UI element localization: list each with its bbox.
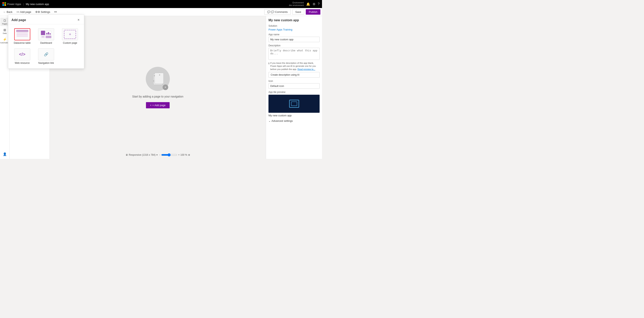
app-name-label: Power Apps: [7, 3, 21, 6]
app-tile-preview-label: App tile preview: [268, 91, 320, 94]
dashboard-label: Dashboard: [40, 42, 52, 44]
custom-page-icon: +: [62, 28, 78, 40]
toolbar-actions: 💬 💬 Comments Save Publish: [264, 9, 320, 15]
modal-item-dataverse[interactable]: Dataverse table: [12, 28, 33, 45]
ms-logo-green: [4, 2, 6, 4]
modal-header: Add page ×: [8, 15, 84, 24]
right-panel: My new custom app Solution Power Apps Tr…: [266, 16, 322, 159]
zoom-out-icon[interactable]: −: [159, 153, 160, 156]
ai-info-text: If you leave the description of this app…: [270, 62, 320, 71]
modal-item-custom[interactable]: + Custom page: [59, 28, 81, 45]
ms-logo-red: [2, 2, 4, 4]
dt-header: [16, 30, 28, 32]
modal-item-webresource[interactable]: </> Web resource: [12, 48, 33, 65]
canvas-add-page-button[interactable]: + + Add page: [146, 102, 170, 108]
navigation-link-label: Navigation link: [38, 62, 54, 64]
sidebar-item-user[interactable]: 👤: [0, 151, 9, 157]
chevron-down-icon: ▾: [156, 153, 158, 156]
ms-logo-area: Power Apps | My new custom app: [2, 2, 49, 6]
modal-item-dashboard[interactable]: Dashboard: [35, 28, 57, 45]
automation-icon: ⚡: [3, 38, 7, 41]
dt-row-2: [17, 34, 28, 35]
user-icon: 👤: [3, 152, 7, 156]
dash-cell-3: [41, 36, 45, 38]
app-tile-preview: [268, 95, 320, 113]
canvas-center: ✦ ✦ ✦ + Start by adding a page to your n…: [132, 67, 183, 108]
dash-bar-1: [46, 33, 48, 35]
more-button[interactable]: •••: [52, 10, 58, 14]
description-label: Description: [268, 44, 320, 47]
canvas-bottom-bar: 🖥 Responsive (1316 x 784) ▾ − + 100 % ⊕: [126, 153, 190, 156]
dataverse-table-icon: [14, 28, 30, 40]
app-tile-icon: [289, 100, 299, 108]
dataverse-label: Dataverse table: [14, 42, 31, 44]
zoom-bar: − + 100 % ⊕: [159, 153, 190, 156]
add-icon: +: [16, 11, 18, 14]
web-resource-icon: </>: [14, 48, 30, 60]
settings-button[interactable]: ⚙ ⚙ Settings: [34, 10, 52, 14]
modal-title: Add page: [12, 18, 26, 22]
description-textarea[interactable]: [268, 48, 320, 60]
env-info: Environment dev environment: [289, 2, 304, 7]
back-icon: ←: [3, 11, 6, 14]
create-description-button[interactable]: Create description using AI: [268, 72, 320, 78]
app-tile-name: My new custom app: [268, 114, 320, 117]
screen-icon: 🖥: [126, 153, 128, 156]
back-button[interactable]: ← Back: [2, 10, 14, 14]
zoom-slider[interactable]: [162, 153, 178, 156]
comments-icon: 💬: [267, 11, 270, 14]
settings-icon[interactable]: ⚙: [312, 2, 316, 6]
comments-button[interactable]: 💬 💬 Comments: [264, 9, 291, 15]
add-page-button[interactable]: + + Add page: [15, 10, 33, 14]
fit-icon[interactable]: ⊕: [188, 153, 190, 156]
solution-label: Solution: [268, 25, 320, 27]
sidebar-item-automation[interactable]: ⚡ Automation: [0, 36, 9, 45]
save-button[interactable]: Save: [292, 9, 304, 15]
solution-value[interactable]: Power Apps Training: [268, 28, 320, 31]
modal-item-navlink[interactable]: 🔗 Navigation link: [35, 48, 57, 65]
chevron-down-icon: ⌄: [268, 119, 271, 122]
ms-logo-blue: [2, 4, 4, 6]
navlink-icon-inner: 🔗: [40, 50, 52, 59]
right-panel-title: My new custom app: [268, 19, 320, 22]
dt-rows: [16, 32, 28, 37]
app-tile-inner-icon: [291, 102, 297, 106]
topbar-right: Environment dev environment 🔔 ⚙ ?: [289, 2, 320, 7]
dash-icon-inner: [40, 30, 52, 39]
plus-circle-icon: +: [162, 85, 168, 90]
web-resource-label: Web resource: [15, 62, 30, 64]
navigation-link-icon: 🔗: [38, 48, 54, 60]
pages-stack: ✦ ✦ ✦: [152, 73, 164, 85]
bell-icon[interactable]: 🔔: [306, 2, 310, 6]
modal-grid: Dataverse table Dashboard: [8, 24, 84, 68]
info-icon: ℹ: [268, 62, 270, 65]
sidebar-item-pages[interactable]: 🗋 Pages: [0, 18, 9, 26]
modal-close-button[interactable]: ×: [76, 18, 81, 23]
dt-row-3: [17, 36, 28, 37]
ms-logo-icon: [2, 2, 6, 6]
dash-cell-1: [41, 31, 45, 35]
webres-icon-inner: </>: [16, 50, 28, 59]
read-more-link[interactable]: Read preview te...: [298, 68, 316, 70]
help-icon[interactable]: ?: [318, 2, 320, 6]
zoom-in-icon[interactable]: +: [178, 153, 180, 156]
icon-label: Icon: [268, 80, 320, 83]
dash-cell-2: [46, 31, 51, 35]
ai-info-box: ℹ If you leave the description of this a…: [268, 62, 320, 71]
dash-bar-2: [48, 32, 49, 35]
sidebar-item-data[interactable]: ⊞ Data: [0, 27, 9, 36]
add-page-modal: Add page × Dataverse table: [8, 15, 84, 69]
publish-button[interactable]: Publish: [306, 9, 320, 15]
chain-icon: 🔗: [44, 52, 48, 57]
topbar: Power Apps | My new custom app Environme…: [0, 0, 322, 8]
advanced-settings-toggle[interactable]: ⌄ Advanced settings: [268, 119, 320, 122]
sparkle-3: ✦: [152, 80, 154, 83]
dt-icon-inner: [16, 30, 28, 39]
icon-input[interactable]: [268, 83, 320, 89]
app-name-label: App name: [268, 33, 320, 36]
responsive-label[interactable]: 🖥 Responsive (1316 x 784) ▾: [126, 153, 158, 156]
app-name-input[interactable]: [268, 37, 320, 42]
dash-cell-4: [46, 36, 51, 38]
dt-row-1: [17, 32, 28, 34]
custom-icon-inner: +: [64, 30, 76, 39]
